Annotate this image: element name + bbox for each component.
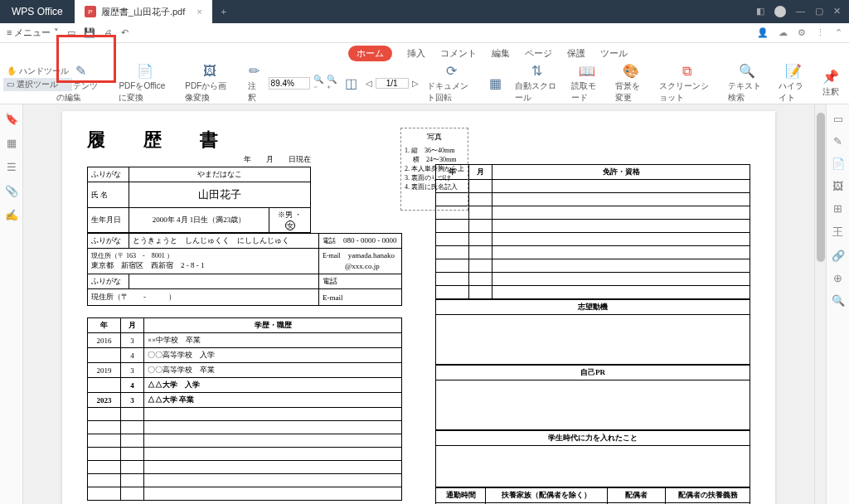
bookmark-icon[interactable]: 🔖 bbox=[5, 113, 18, 125]
right-column: 年月免許・資格 志望動機 自己PR 学生時代に力を入れたこと bbox=[435, 128, 750, 504]
layout-button[interactable]: ▦ bbox=[484, 75, 507, 91]
tab-comment[interactable]: コメント bbox=[440, 47, 477, 60]
readmode-button[interactable]: 📖読取モード bbox=[566, 63, 607, 104]
image-icon: 🖼 bbox=[203, 64, 216, 79]
collapse-icon[interactable]: ⌃ bbox=[835, 27, 842, 38]
student-table: 学生時代に力を入れたこと bbox=[435, 430, 750, 487]
highlight-icon: 📝 bbox=[785, 63, 802, 79]
rotate-icon: ⟳ bbox=[446, 63, 457, 79]
app-name: WPS Office bbox=[0, 6, 75, 17]
table-row: 20193〇〇高等学校 卒業 bbox=[88, 363, 402, 378]
left-sidebar: 🔖 ▦ ☰ 📎 ✍ bbox=[0, 104, 23, 504]
page-input[interactable] bbox=[376, 78, 409, 89]
tab-insert[interactable]: 挿入 bbox=[407, 47, 425, 60]
save-icon[interactable]: 💾 bbox=[84, 27, 95, 38]
rotate-button[interactable]: ⟳ドキュメント回転 bbox=[422, 63, 481, 104]
pdf-to-image-button[interactable]: 🖼PDFから画像変換 bbox=[180, 64, 239, 104]
zoom-out-icon[interactable]: 🔍⁻ bbox=[313, 75, 323, 93]
pdf-icon: P bbox=[85, 6, 96, 17]
textsearch-button[interactable]: 🔍テキスト検索 bbox=[723, 63, 770, 104]
menubar: ≡ メニュー ˅ ▭ 💾 🖨 ↶ 👤 ☁ ⚙ ⋮ ⌃ bbox=[0, 23, 849, 43]
right-sidebar: ▭ ✎ 📄 🖼 ⊞ 王 🔗 ⊕ 🔍 bbox=[826, 104, 849, 504]
table-row: 20233△△大学 卒業 bbox=[88, 393, 402, 408]
pr-table: 自己PR bbox=[435, 365, 750, 430]
screenshot-icon: ⧉ bbox=[682, 64, 691, 79]
misc-table: 通勤時間扶養家族（配偶者を除く）配偶者配偶者の扶養義務 時間 分人※ 有 ・ 無… bbox=[435, 487, 750, 504]
edit-icon: ✎ bbox=[75, 63, 86, 79]
new-tab-button[interactable]: + bbox=[212, 7, 235, 17]
tool-select-group: ✋ ハンドツール ▭ 選択ツール bbox=[3, 65, 72, 91]
select-tool[interactable]: ▭ 選択ツール bbox=[3, 78, 72, 91]
user-icon[interactable] bbox=[774, 6, 786, 17]
table-row: 4△△大学 入学 bbox=[88, 378, 402, 393]
more-icon[interactable]: ⋮ bbox=[816, 27, 825, 38]
tab-edit[interactable]: 編集 bbox=[492, 47, 510, 60]
tool1-icon[interactable]: ▭ bbox=[833, 113, 843, 125]
fit-icon: ◫ bbox=[345, 75, 357, 91]
thumbnail-icon[interactable]: ▦ bbox=[7, 137, 17, 149]
layout-icon: ▦ bbox=[489, 75, 502, 91]
tab-home[interactable]: ホーム bbox=[348, 46, 392, 61]
left-column: 履 歴 書 年 月 日現在 ふりがなやまだはなこ 氏 名山田花子 生年月日200… bbox=[87, 128, 402, 504]
table-row: 20163××中学校 卒業 bbox=[88, 333, 402, 348]
tool4-icon[interactable]: 🖼 bbox=[832, 180, 843, 192]
tool2-icon[interactable]: ✎ bbox=[833, 135, 842, 148]
license-table: 年月免許・資格 bbox=[435, 164, 750, 299]
zoom-input[interactable] bbox=[269, 77, 310, 90]
document-canvas[interactable]: 写真 1. 縦 36〜40mm 横 24〜30mm 2. 本人単身胸から上 3.… bbox=[23, 104, 814, 504]
convert-icon: 📄 bbox=[137, 63, 153, 79]
settings-icon[interactable]: ⚙ bbox=[798, 27, 806, 38]
tab-protect[interactable]: 保護 bbox=[567, 47, 585, 60]
titlebar: WPS Office P 履歴書_山田花子.pdf × + ◧ — ▢ ✕ bbox=[0, 0, 849, 23]
tab-page[interactable]: ページ bbox=[525, 47, 552, 60]
date-line: 年 月 日現在 bbox=[87, 154, 311, 165]
cloud-icon[interactable]: ☁ bbox=[779, 27, 788, 38]
search-icon: 🔍 bbox=[739, 63, 755, 79]
zoom-in-icon[interactable]: 🔍⁺ bbox=[327, 75, 337, 93]
prev-page-icon[interactable]: ◁ bbox=[366, 79, 372, 88]
tool7-icon[interactable]: 🔗 bbox=[832, 250, 845, 262]
attach-icon[interactable]: 📎 bbox=[5, 185, 18, 197]
tool3-icon[interactable]: 📄 bbox=[832, 158, 845, 170]
minimize-icon[interactable]: — bbox=[796, 6, 805, 17]
fit-button[interactable]: ◫ bbox=[340, 75, 362, 91]
hand-tool[interactable]: ✋ ハンドツール bbox=[3, 65, 72, 78]
tool9-icon[interactable]: 🔍 bbox=[832, 294, 845, 307]
pdf-page: 写真 1. 縦 36〜40mm 横 24〜30mm 2. 本人単身胸から上 3.… bbox=[62, 111, 775, 504]
sign-icon[interactable]: ✍ bbox=[5, 209, 18, 221]
tool8-icon[interactable]: ⊕ bbox=[833, 272, 842, 284]
read-icon: 📖 bbox=[579, 63, 595, 79]
vertical-scrollbar[interactable] bbox=[814, 104, 826, 504]
undo-icon[interactable]: ↶ bbox=[121, 27, 129, 38]
ribbon: ✋ ハンドツール ▭ 選択ツール ✎コンテンツの編集 📄PDFをOfficeに変… bbox=[0, 63, 849, 104]
photo-placeholder: 写真 1. 縦 36〜40mm 横 24〜30mm 2. 本人単身胸から上 3.… bbox=[400, 128, 468, 211]
tool6-icon[interactable]: 王 bbox=[832, 225, 843, 240]
annot2-button[interactable]: 📌注釈 bbox=[817, 69, 844, 98]
document-tab[interactable]: P 履歴書_山田花子.pdf × bbox=[75, 0, 212, 23]
background-button[interactable]: 🎨背景を変更 bbox=[610, 63, 651, 104]
scroll-icon: ⇅ bbox=[531, 63, 542, 79]
tab-close-icon[interactable]: × bbox=[196, 7, 201, 17]
close-icon[interactable]: ✕ bbox=[833, 6, 841, 17]
open-icon[interactable]: ▭ bbox=[67, 27, 75, 38]
annotate-icon: ✏ bbox=[249, 63, 260, 79]
skin-icon[interactable]: ◧ bbox=[756, 6, 764, 17]
next-page-icon[interactable]: ▷ bbox=[412, 79, 419, 88]
tab-tool[interactable]: ツール bbox=[600, 47, 628, 60]
pdf-to-office-button[interactable]: 📄PDFをOfficeに変換 bbox=[114, 63, 177, 104]
outline-icon[interactable]: ☰ bbox=[7, 161, 17, 173]
page-nav: ◁ ▷ bbox=[366, 78, 419, 89]
annot2-icon: 📌 bbox=[822, 69, 839, 85]
screenshot-button[interactable]: ⧉スクリーンショット bbox=[654, 64, 720, 104]
bg-icon: 🎨 bbox=[623, 63, 639, 79]
highlight-button[interactable]: 📝ハイライト bbox=[774, 63, 814, 104]
autoscroll-button[interactable]: ⇅自動スクロール bbox=[510, 63, 563, 104]
user2-icon[interactable]: 👤 bbox=[757, 27, 769, 38]
maximize-icon[interactable]: ▢ bbox=[815, 6, 823, 17]
tool5-icon[interactable]: ⊞ bbox=[833, 202, 842, 215]
scrollbar-thumb[interactable] bbox=[817, 113, 825, 262]
menu-dropdown[interactable]: ≡ メニュー ˅ bbox=[7, 27, 59, 39]
annotate-button[interactable]: ✏注釈 bbox=[243, 63, 265, 104]
tab-filename: 履歴書_山田花子.pdf bbox=[101, 6, 185, 18]
print-icon[interactable]: 🖨 bbox=[104, 28, 113, 38]
